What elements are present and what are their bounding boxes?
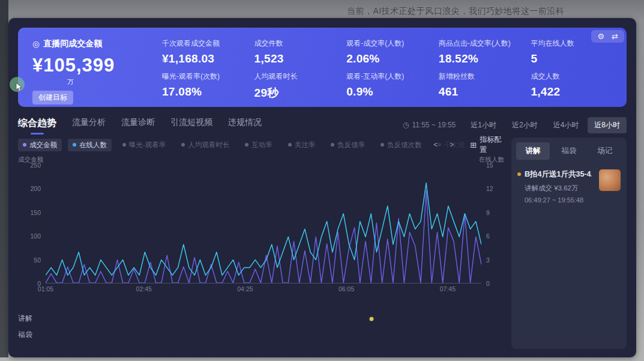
tab-short-video[interactable]: 引流短视频 xyxy=(170,117,212,133)
metric-label-kilo-view-gmv: 千次观看成交金额 xyxy=(162,38,246,49)
legend-item-negative-feedback-rate[interactable]: 负反馈率 xyxy=(326,139,370,151)
right-axis-ticks: 03691215 xyxy=(481,165,504,284)
metric-kilo-view-gmv: 千次观看成交金额¥1,168.03 xyxy=(162,38,246,65)
legend-label-follow-rate: 关注率 xyxy=(295,141,316,150)
trend-tabs-row: 综合趋势流量分析流量诊断引流短视频违规情况 ◷ 11:55 ~ 19:55 近1… xyxy=(18,116,627,134)
metric-value-kilo-view-gmv: ¥1,168.03 xyxy=(162,52,246,65)
metric-value-deal-items: 1,523 xyxy=(254,52,339,65)
legend-label-avg-watch-duration: 人均观看时长 xyxy=(188,141,229,150)
legend-items: 成交金额在线人数曝光-观看率人均观看时长互动率关注率负反馈率负反馈次数千次观..… xyxy=(18,139,423,151)
metric-label-new-followers: 新增粉丝数 xyxy=(439,71,523,82)
main-metric-label: 直播间成交金额 xyxy=(43,38,102,49)
legend-item-avg-watch-duration[interactable]: 人均观看时长 xyxy=(176,139,234,151)
time-button-8h[interactable]: 近8小时 xyxy=(588,117,627,133)
explain-item-time: 06:49:27 ~ 19:55:48 xyxy=(525,196,621,204)
legend-item-gmv[interactable]: 成交金额 xyxy=(18,139,62,151)
cursor-highlight xyxy=(10,77,25,92)
side-panel: 讲解福袋场记 B拍4斤送1斤共35-4...讲解成交 ¥3.62万06:49:2… xyxy=(511,138,627,349)
right-tick-6: 6 xyxy=(486,232,490,240)
legend-label-exposure-view-rate: 曝光-观看率 xyxy=(129,141,166,150)
trend-chart[interactable]: 050100150200250 03691215 xyxy=(18,165,504,284)
explain-item-0[interactable]: B拍4斤送1斤共35-4...讲解成交 ¥3.62万06:49:27 ~ 19:… xyxy=(516,169,622,204)
metric-label-click-deal-rate: 商品点击-成交率(人数) xyxy=(439,38,523,49)
clock-icon: ◷ xyxy=(403,121,409,129)
tab-violations[interactable]: 违规情况 xyxy=(228,117,262,133)
trend-tabs: 综合趋势流量分析流量诊断引流短视频违规情况 xyxy=(18,117,277,133)
chart-column: 成交金额在线人数曝光-观看率人均观看时长互动率关注率负反馈率负反馈次数千次观..… xyxy=(18,138,504,349)
tab-traffic-diagnosis[interactable]: 流量诊断 xyxy=(121,117,155,133)
main-metric-unit: 万 xyxy=(67,77,157,86)
time-button-2h[interactable]: 近2小时 xyxy=(505,117,544,133)
legend-item-exposure-view-rate[interactable]: 曝光-观看率 xyxy=(118,139,170,151)
marker-row-label-lucky-bag: 福袋 xyxy=(18,330,46,340)
metric-view-interact-rate: 观看-互动率(人数)0.9% xyxy=(346,71,430,101)
right-tick-3: 3 xyxy=(486,256,490,264)
metric-label-avg-watch-duration: 人均观看时长 xyxy=(254,71,339,82)
video-background-edge xyxy=(0,0,8,357)
create-goal-button[interactable]: 创建目标 xyxy=(32,91,73,105)
metric-exposure-view-rate: 曝光-观看率(次数)17.08% xyxy=(162,71,246,101)
x-label-1: 02:45 xyxy=(136,285,152,293)
chart-series-svg xyxy=(46,165,481,283)
legend-label-negative-feedback-rate: 负反馈率 xyxy=(337,141,365,150)
settings-gear-icon[interactable]: ⚙ xyxy=(597,32,604,41)
swap-metrics-icon[interactable]: ⇄ xyxy=(612,32,618,41)
metric-label-deal-items: 成交件数 xyxy=(254,38,339,49)
hero-toolbar: ⚙ ⇄ xyxy=(591,30,624,43)
time-window-text: 11:55 ~ 19:55 xyxy=(412,121,456,129)
x-label-2: 04:25 xyxy=(237,285,253,293)
metric-value-new-followers: 461 xyxy=(439,85,523,99)
marker-row-lucky-bag: 福袋 xyxy=(18,327,504,343)
legend-dot-follow-rate xyxy=(288,143,292,147)
right-tick-15: 15 xyxy=(486,162,493,169)
legend-row: 成交金额在线人数曝光-观看率人均观看时长互动率关注率负反馈率负反馈次数千次观..… xyxy=(18,138,504,152)
side-tab-lucky-bag[interactable]: 福袋 xyxy=(552,142,586,160)
right-tick-0: 0 xyxy=(486,280,490,287)
marker-track-explain[interactable] xyxy=(46,311,504,327)
metrics-grid: 千次观看成交金额¥1,168.03成交件数1,523观看-成交率(人数)2.06… xyxy=(157,38,615,99)
metric-label-deal-users: 成交人数 xyxy=(531,71,615,82)
explain-item-title: B拍4斤送1斤共35-4... xyxy=(525,169,592,180)
legend-item-kilo-view-truncated[interactable]: 千次观... xyxy=(433,139,475,151)
marker-row-explain: 讲解 xyxy=(18,311,504,327)
legend-item-interact-rate[interactable]: 互动率 xyxy=(240,139,277,151)
live-analytics-dashboard: ◎ 直播间成交金额 ¥105,399 万 创建目标 千次观看成交金额¥1,168… xyxy=(8,18,636,357)
metric-view-deal-rate: 观看-成交率(人数)2.06% xyxy=(346,38,430,65)
side-panel-items: B拍4斤送1斤共35-4...讲解成交 ¥3.62万06:49:27 ~ 19:… xyxy=(516,169,622,204)
main-metric-block: ◎ 直播间成交金额 ¥105,399 万 创建目标 xyxy=(32,38,157,99)
metric-value-deal-users: 1,422 xyxy=(531,85,615,99)
chart-plot-area[interactable] xyxy=(46,165,481,284)
marker-event-dot-explain-0[interactable] xyxy=(370,317,374,321)
legend-label-kilo-view-truncated: 千次观... xyxy=(444,141,471,150)
metric-value-view-deal-rate: 2.06% xyxy=(346,52,430,65)
main-metric-value: ¥105,399 xyxy=(32,55,157,76)
legend-item-negative-feedback-count[interactable]: 负反馈次数 xyxy=(376,139,427,151)
metric-deal-items: 成交件数1,523 xyxy=(254,38,339,65)
metric-avg-watch-duration: 人均观看时长29秒 xyxy=(254,71,339,101)
time-button-1h[interactable]: 近1小时 xyxy=(464,117,503,133)
metric-value-exposure-view-rate: 17.08% xyxy=(162,85,246,99)
marker-track-lucky-bag[interactable] xyxy=(46,327,504,343)
legend-item-follow-rate[interactable]: 关注率 xyxy=(283,139,320,151)
legend-dot-gmv xyxy=(23,143,26,147)
marker-row-label-explain: 讲解 xyxy=(18,314,46,324)
series-line-online-users xyxy=(46,183,481,276)
time-button-4h[interactable]: 近4小时 xyxy=(547,117,586,133)
legend-dot-kilo-view-truncated xyxy=(438,143,441,147)
metric-value-avg-online: 5 xyxy=(531,52,615,65)
metric-deal-users: 成交人数1,422 xyxy=(531,71,615,101)
side-tab-field-note[interactable]: 场记 xyxy=(588,142,622,160)
explain-item-dot xyxy=(517,172,521,176)
left-tick-100: 100 xyxy=(30,232,41,240)
event-marker-rows: 讲解福袋 xyxy=(18,311,504,343)
metric-label-view-interact-rate: 观看-互动率(人数) xyxy=(346,71,430,82)
legend-label-interact-rate: 互动率 xyxy=(251,141,272,150)
tab-overview[interactable]: 综合趋势 xyxy=(18,117,56,133)
x-label-0: 01:05 xyxy=(38,285,53,293)
right-tick-9: 9 xyxy=(486,209,490,216)
legend-item-online-users[interactable]: 在线人数 xyxy=(68,139,112,151)
tab-traffic-analysis[interactable]: 流量分析 xyxy=(72,117,106,133)
side-tab-explain[interactable]: 讲解 xyxy=(516,142,550,160)
x-axis-labels: 01:0502:4504:2506:0507:45 xyxy=(46,285,477,295)
legend-label-online-users: 在线人数 xyxy=(79,141,107,150)
